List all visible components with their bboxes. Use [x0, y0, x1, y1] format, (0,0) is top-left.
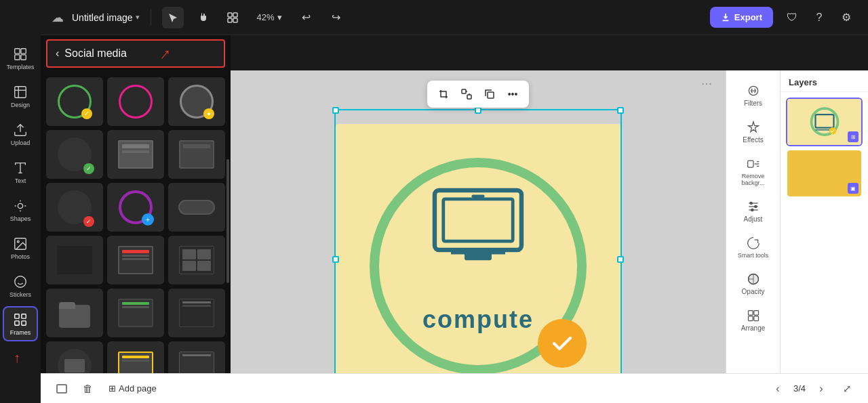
- select-tool-button[interactable]: [162, 7, 184, 28]
- svg-rect-8: [15, 86, 26, 98]
- sidebar-item-shapes[interactable]: Shapes: [3, 192, 38, 228]
- layer-item-1[interactable]: ⊞: [786, 98, 863, 146]
- float-copy-button[interactable]: [480, 85, 499, 104]
- remove-background-button[interactable]: Remove backgr...: [729, 152, 778, 192]
- svg-rect-48: [753, 311, 758, 316]
- frame-thumb-rect-3[interactable]: [168, 130, 225, 179]
- arrange-button[interactable]: Arrange: [729, 303, 778, 337]
- frame-thumb-folder-1[interactable]: [46, 289, 103, 337]
- panel-back-button[interactable]: ‹ Social media: [46, 39, 225, 68]
- svg-point-42: [754, 205, 756, 207]
- svg-rect-0: [228, 13, 232, 17]
- frame-thumb-circle-3[interactable]: ●: [168, 77, 225, 126]
- layer-item-2[interactable]: ▣: [786, 149, 863, 198]
- svg-point-14: [18, 203, 22, 208]
- settings-button[interactable]: ⚙: [835, 7, 857, 28]
- export-button[interactable]: Export: [710, 7, 773, 28]
- layer-badge-2: ▣: [848, 183, 859, 194]
- frame-thumb-folder-2[interactable]: [107, 289, 164, 337]
- frame-thumb-folder-3[interactable]: [168, 289, 225, 337]
- frame-thumb-circle-2[interactable]: [107, 77, 164, 126]
- layer-thumbnail-1: ⊞: [787, 99, 861, 145]
- undo-button[interactable]: ↩: [296, 7, 317, 28]
- float-group-button[interactable]: [457, 85, 476, 104]
- prev-page-button[interactable]: ‹: [768, 379, 788, 399]
- frame-thumb-dark-2[interactable]: [107, 236, 164, 284]
- svg-point-16: [17, 240, 19, 242]
- canvas-graphic: compute: [363, 151, 593, 381]
- svg-rect-2: [228, 18, 232, 22]
- frames-grid: ✓ ● ✓: [41, 72, 231, 403]
- resize-handle-top-center[interactable]: [475, 107, 481, 114]
- filters-button[interactable]: Filters: [729, 79, 778, 112]
- frame-thumb-pill[interactable]: [168, 183, 225, 232]
- svg-point-40: [750, 202, 752, 204]
- frame-thumb-rect-1[interactable]: ✓: [46, 130, 103, 179]
- layout-button[interactable]: [222, 7, 243, 28]
- computer-icon: [424, 185, 532, 269]
- svg-rect-25: [443, 199, 513, 241]
- svg-rect-56: [57, 385, 66, 393]
- float-crop-button[interactable]: [434, 85, 453, 104]
- add-page-button[interactable]: ⊞ Add page: [103, 381, 162, 396]
- frame-thumb-rect-2[interactable]: [107, 130, 164, 179]
- svg-rect-1: [233, 13, 237, 17]
- sidebar-item-templates[interactable]: Templates: [3, 41, 38, 76]
- canvas-text: compute: [390, 305, 566, 334]
- frames-panel: ‹ Social media ↑ ✓ ●: [41, 35, 231, 403]
- sidebar-item-text[interactable]: Text: [3, 154, 38, 190]
- sidebar-item-photos[interactable]: Photos: [3, 230, 38, 266]
- toolbar-divider-1: [151, 9, 151, 26]
- top-toolbar: ☁ Untitled image ▾ 42% ▾ ↩ ↪ E: [41, 0, 868, 35]
- cloud-save-icon: ☁: [52, 10, 64, 25]
- layers-title: Layers: [781, 70, 868, 92]
- check-badge: [538, 319, 587, 368]
- sidebar-item-frames[interactable]: Frames: [3, 306, 38, 341]
- smart-tools-button[interactable]: Smart tools: [729, 231, 778, 264]
- fullscreen-button[interactable]: ⤢: [837, 379, 857, 399]
- svg-rect-29: [462, 89, 466, 93]
- svg-rect-28: [471, 194, 484, 198]
- page-options-button[interactable]: ⋯: [701, 77, 712, 90]
- svg-rect-7: [21, 54, 26, 59]
- redo-button[interactable]: ↪: [326, 7, 347, 28]
- resize-handle-top-right[interactable]: [617, 107, 624, 114]
- svg-rect-4: [15, 48, 20, 53]
- frame-thumb-dark-3[interactable]: [168, 236, 225, 284]
- resize-handle-top-left[interactable]: [332, 107, 339, 114]
- adjust-button[interactable]: Adjust: [729, 194, 778, 228]
- next-page-button[interactable]: ›: [811, 379, 831, 399]
- zoom-chevron-icon: ▾: [277, 12, 282, 22]
- layer-badge-1: ⊞: [848, 131, 859, 142]
- effects-button[interactable]: Effects: [729, 115, 778, 149]
- left-sidebar: Templates Design Upload Text Shapes: [0, 35, 41, 403]
- layers-list: ⊞ ▣: [781, 92, 868, 203]
- right-properties-panel: Filters Effects Remove backgr... Adjust …: [726, 70, 780, 403]
- layer-thumbnail-2: ▣: [787, 150, 861, 196]
- delete-page-button[interactable]: 🗑: [77, 379, 98, 399]
- title-chevron-icon: ▾: [136, 13, 140, 22]
- help-button[interactable]: ?: [808, 7, 830, 28]
- page-thumbnail-button[interactable]: [52, 379, 72, 399]
- hand-tool-button[interactable]: [192, 7, 214, 28]
- zoom-control[interactable]: 42% ▾: [252, 9, 288, 25]
- sidebar-item-stickers[interactable]: Stickers: [3, 268, 38, 303]
- frame-thumb-circle-1[interactable]: ✓: [46, 77, 103, 126]
- frame-thumb-dark-1[interactable]: [46, 236, 103, 284]
- frame-thumb-circle-4[interactable]: ✓: [46, 183, 103, 232]
- float-more-button[interactable]: •••: [503, 85, 522, 104]
- page-navigation: ‹ 3/4 ›: [768, 379, 831, 399]
- shield-icon-button[interactable]: 🛡: [781, 7, 803, 28]
- bottom-bar: 🗑 ⊞ Add page ‹ 3/4 › ⤢: [41, 373, 868, 403]
- sidebar-item-design[interactable]: Design: [3, 79, 38, 114]
- frame-thumb-circle-5[interactable]: +: [107, 183, 164, 232]
- document-title[interactable]: Untitled image ▾: [72, 12, 140, 23]
- add-page-icon: ⊞: [108, 383, 116, 394]
- canvas-element[interactable]: compute: [336, 110, 620, 403]
- opacity-button[interactable]: Opacity: [729, 267, 778, 301]
- sidebar-item-upload[interactable]: Upload: [3, 116, 38, 152]
- scroll-indicator[interactable]: [226, 159, 229, 283]
- svg-point-17: [15, 276, 26, 287]
- panel-title: Social media: [64, 47, 127, 60]
- svg-rect-22: [15, 320, 19, 324]
